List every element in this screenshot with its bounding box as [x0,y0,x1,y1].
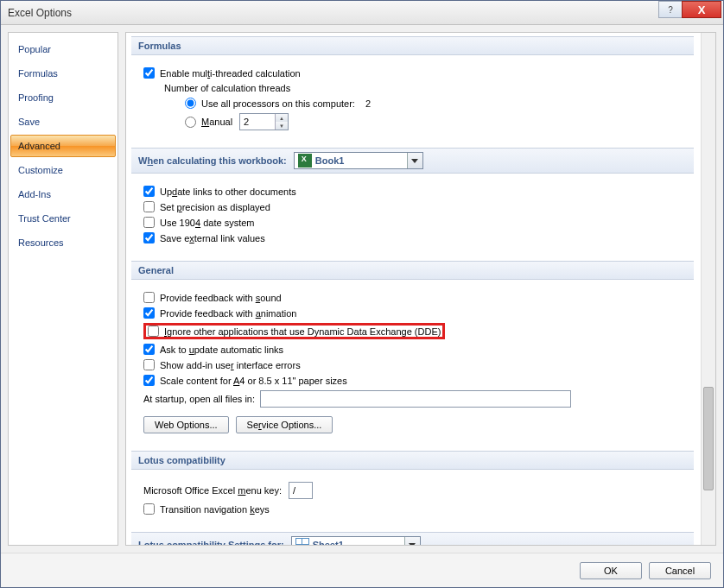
titlebar-controls: ? X [659,1,721,18]
row-option-buttons: Web Options... Service Options... [143,415,689,434]
section-header-calc-workbook: When calculating this workbook: Book1 [131,148,694,174]
sidebar: Popular Formulas Proofing Save Advanced … [8,32,118,546]
row-menu-key: Microsoft Office Excel menu key: [143,481,689,500]
checkbox-label: Use 1904 date system [160,218,254,228]
highlighted-row-ignore-dde: Ignore other applications that use Dynam… [143,323,445,339]
spinner-buttons[interactable]: ▲▼ [275,114,288,130]
chevron-down-icon [407,153,422,168]
select-workbook[interactable]: Book1 [294,152,423,169]
static-label: Number of calculation threads [164,83,290,93]
checkbox-use-1904[interactable] [143,217,155,228]
checkbox-set-precision[interactable] [143,201,155,212]
checkbox-label: Save external link values [160,233,265,243]
checkbox-ignore-dde[interactable] [148,326,159,337]
sidebar-item-label: Proofing [18,92,54,103]
row-use-1904: Use 1904 date system [143,216,689,229]
help-icon: ? [668,5,673,15]
row-ask-update: Ask to update automatic links [143,343,689,356]
row-save-external: Save external link values [143,231,689,244]
chevron-down-icon [404,537,420,545]
checkbox-label: Update links to other documents [160,187,296,197]
cancel-button[interactable]: Cancel [649,562,711,579]
select-text: Sheet1 [313,540,404,545]
header-label: Lotus compatibility [138,455,225,465]
spinner-input[interactable] [240,114,275,130]
sheet-icon [295,538,309,545]
select-text: Book1 [315,155,407,166]
sidebar-item-trust-center[interactable]: Trust Center [10,207,116,230]
row-manual: Manual ▲▼ [185,112,689,131]
row-feedback-sound: Provide feedback with sound [143,291,689,304]
checkbox-ask-update[interactable] [143,344,155,355]
window-title: Excel Options [8,7,72,19]
processor-count: 2 [365,98,371,109]
section-body-formulas: Enable multi-threaded calculation Number… [126,59,699,144]
service-options-button[interactable]: Service Options... [236,416,333,433]
radio-label: Use all processors on this computer: [201,98,355,109]
row-multithread: Enable multi-threaded calculation [143,66,689,79]
sidebar-item-advanced[interactable]: Advanced [10,135,116,157]
checkbox-label: Scale content for A4 or 8.5 x 11" paper … [160,376,347,386]
dialog-body: Popular Formulas Proofing Save Advanced … [1,25,723,553]
checkbox-transition-nav[interactable] [143,503,155,515]
scrollbar[interactable] [701,33,715,545]
row-set-precision: Set precision as displayed [143,200,689,213]
radio-use-all[interactable] [185,98,196,109]
checkbox-label: Enable multi-threaded calculation [160,68,301,79]
section-header-lotus-compat: Lotus compatibility [131,451,694,470]
row-addin-errors: Show add-in user interface errors [143,358,689,371]
header-label: Formulas [138,41,181,51]
header-label: Lotus compatibility Settings for: [138,540,284,545]
help-button[interactable]: ? [658,1,683,18]
section-header-formulas: Formulas [131,36,694,55]
header-label: When calculating this workbook: [138,155,287,166]
excel-icon [298,154,312,168]
checkbox-label: Ignore other applications that use Dynam… [164,326,441,337]
menu-key-input[interactable] [289,482,313,499]
checkbox-update-links[interactable] [143,186,155,197]
section-body-general: Provide feedback with sound Provide feed… [126,283,699,447]
spinner-threads[interactable]: ▲▼ [239,113,289,130]
sidebar-item-label: Customize [18,165,63,175]
close-icon: X [698,3,706,16]
button-label: Service Options... [247,420,322,430]
checkbox-label: Provide feedback with animation [160,308,296,319]
ok-button[interactable]: OK [580,562,642,579]
sidebar-item-label: Trust Center [18,213,71,224]
titlebar: Excel Options ? X [1,1,723,25]
checkbox-save-external[interactable] [143,232,155,243]
sidebar-item-proofing[interactable]: Proofing [10,86,116,109]
button-label: Web Options... [155,420,218,430]
sidebar-item-save[interactable]: Save [10,111,116,133]
sidebar-item-customize[interactable]: Customize [10,159,116,181]
sidebar-item-addins[interactable]: Add-Ins [10,183,116,205]
web-options-button[interactable]: Web Options... [143,416,229,433]
scrollbar-thumb[interactable] [703,387,714,490]
section-body-calc-workbook: Update links to other documents Set prec… [126,177,699,257]
sidebar-item-formulas[interactable]: Formulas [10,62,116,85]
static-label: At startup, open all files in: [143,394,255,404]
row-num-threads-label: Number of calculation threads [164,82,689,94]
sidebar-item-popular[interactable]: Popular [10,38,116,60]
checkbox-multithread[interactable] [143,67,155,79]
button-label: OK [604,566,618,576]
checkbox-scale-content[interactable] [143,375,155,386]
checkbox-label: Ask to update automatic links [160,345,283,355]
row-feedback-anim: Provide feedback with animation [143,307,689,319]
radio-manual[interactable] [185,117,196,128]
radio-label: Manual [201,117,232,127]
row-scale-content: Scale content for A4 or 8.5 x 11" paper … [143,374,689,387]
checkbox-addin-errors[interactable] [143,359,155,370]
checkbox-feedback-animation[interactable] [143,307,155,319]
row-startup-files: At startup, open all files in: [143,389,689,408]
checkbox-label: Transition navigation keys [160,504,270,515]
checkbox-label: Set precision as displayed [160,202,270,212]
checkbox-feedback-sound[interactable] [143,292,155,303]
scroll-area[interactable]: Formulas Enable multi-threaded calculati… [126,33,701,545]
startup-path-input[interactable] [260,390,571,408]
close-button[interactable]: X [682,1,721,18]
sidebar-item-resources[interactable]: Resources [10,231,116,254]
sidebar-item-label: Save [18,117,40,127]
static-label: Microsoft Office Excel menu key: [143,485,282,496]
select-sheet[interactable]: Sheet1 [291,536,421,545]
